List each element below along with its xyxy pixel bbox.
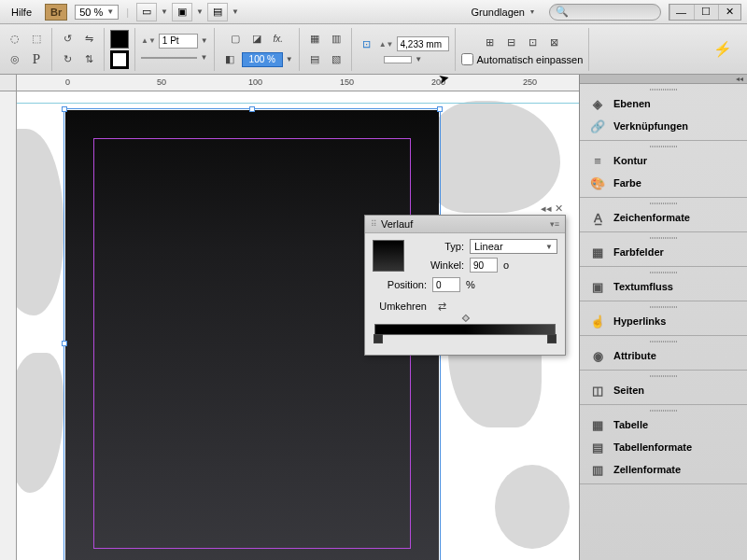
panel-top-controls: ◂◂ ✕ bbox=[541, 203, 563, 215]
panel-ebenen[interactable]: ◈Ebenen bbox=[580, 92, 747, 115]
flip-v-icon[interactable]: ⇅ bbox=[79, 50, 98, 69]
angle-input[interactable] bbox=[470, 258, 498, 273]
panel-seiten[interactable]: ◫Seiten bbox=[580, 379, 747, 401]
selection-icon[interactable]: ◌ bbox=[6, 30, 24, 49]
type-select[interactable]: Linear ▼ bbox=[470, 239, 557, 254]
fit-content-icon[interactable]: ⊟ bbox=[501, 33, 520, 51]
chevron-down-icon: ▼ bbox=[106, 7, 114, 16]
fit-frame-icon[interactable]: ⊡ bbox=[358, 35, 376, 53]
width-input[interactable] bbox=[397, 36, 449, 51]
panel-zeichenformate[interactable]: A̲Zeichenformate bbox=[580, 206, 747, 229]
transform-tools: ↺ ⇋ ↻ ⇅ bbox=[58, 28, 105, 71]
menu-help[interactable]: Hilfe bbox=[6, 4, 37, 21]
color-stop-end[interactable] bbox=[547, 334, 557, 343]
stroke-weight-input[interactable] bbox=[159, 34, 198, 49]
panel-farbfelder[interactable]: ▦Farbfelder bbox=[580, 241, 747, 263]
panel-close-icon[interactable]: ✕ bbox=[555, 203, 563, 215]
stroke-swatch[interactable] bbox=[110, 50, 129, 69]
gradient-ramp[interactable] bbox=[374, 324, 556, 335]
links-icon: 🔗 bbox=[589, 119, 606, 133]
wrap-bound-icon[interactable]: ▥ bbox=[327, 30, 345, 49]
zoom-select[interactable]: 50 % ▼ bbox=[75, 5, 119, 20]
table-icon: ▦ bbox=[589, 417, 606, 432]
panel-kontur[interactable]: ≡Kontur bbox=[580, 149, 747, 172]
position-unit: % bbox=[466, 279, 475, 290]
window-controls: — ☐ ✕ bbox=[669, 4, 741, 21]
flip-h-icon[interactable]: ⇋ bbox=[79, 30, 98, 49]
rotate-ccw-icon[interactable]: ↺ bbox=[58, 30, 77, 49]
wrap-none-icon[interactable]: ▦ bbox=[305, 30, 324, 49]
gradient-preview[interactable] bbox=[373, 240, 404, 272]
panel-textumfluss[interactable]: ▣Textumfluss bbox=[580, 275, 747, 298]
color-stop-start[interactable] bbox=[374, 334, 383, 343]
stroke-controls: ▲▼ ▼ ▼ bbox=[141, 28, 215, 71]
fx-icon[interactable]: fx. bbox=[269, 30, 288, 49]
ruler-vertical[interactable] bbox=[0, 91, 17, 560]
panel-collapse-icon[interactable]: ◂◂ bbox=[541, 203, 552, 215]
maximize-button[interactable]: ☐ bbox=[694, 5, 716, 20]
panel-zellenformate[interactable]: ▥Zellenformate bbox=[580, 458, 747, 481]
cell-styles-icon: ▥ bbox=[589, 462, 606, 477]
pages-icon: ◫ bbox=[589, 383, 606, 398]
angle-unit: o bbox=[503, 259, 509, 271]
fill-frame-icon[interactable]: ⊞ bbox=[480, 33, 499, 51]
panel-header[interactable]: ⠿ Verlauf ▾≡ bbox=[365, 216, 565, 233]
arrange-button[interactable]: ▣ bbox=[172, 3, 192, 21]
control-bar: ◌ ⬚ ◎ P ↺ ⇋ ↻ ⇅ ▲▼ ▼ ▼ ▢ ◪ bbox=[0, 24, 747, 75]
workspace-switcher[interactable]: Grundlagen ▾ bbox=[464, 5, 543, 20]
effects-group: ▢ ◪ fx. ◧ ▼ bbox=[220, 28, 300, 71]
wrap-jump-icon[interactable]: ▧ bbox=[327, 50, 345, 69]
panel-farbe[interactable]: 🎨Farbe bbox=[580, 172, 747, 194]
menubar: Hilfe Br 50 % ▼ | ▭▼ ▣▼ ▤▼ Grundlagen ▾ … bbox=[0, 0, 747, 24]
ruler-horizontal[interactable]: 0 50 100 150 200 250 bbox=[17, 75, 579, 91]
text-tool-icon[interactable]: P bbox=[27, 50, 46, 69]
ruler-origin[interactable] bbox=[0, 75, 17, 91]
corner-icon[interactable]: ▢ bbox=[226, 30, 245, 49]
rotate-cw-icon[interactable]: ↻ bbox=[58, 50, 77, 69]
shadow-icon[interactable]: ◪ bbox=[247, 30, 266, 49]
close-button[interactable]: ✕ bbox=[718, 5, 740, 20]
bridge-badge[interactable]: Br bbox=[45, 4, 67, 21]
center-content-icon[interactable]: ⊡ bbox=[523, 33, 542, 51]
panel-attribute[interactable]: ◉Attribute bbox=[580, 344, 747, 367]
search-icon: 🔍 bbox=[556, 6, 569, 18]
view-button[interactable]: ▤ bbox=[207, 3, 228, 21]
opacity-input[interactable] bbox=[242, 52, 283, 67]
reverse-icon[interactable]: ⇄ bbox=[432, 297, 451, 315]
wrap-shape-icon[interactable]: ▤ bbox=[305, 50, 324, 69]
zoom-value: 50 % bbox=[79, 7, 103, 18]
panel-verknuepfungen[interactable]: 🔗Verknüpfungen bbox=[580, 115, 747, 137]
quick-apply-icon[interactable]: ⚡ bbox=[704, 40, 741, 58]
fill-swatch[interactable] bbox=[110, 30, 129, 49]
content-icon[interactable]: ◎ bbox=[6, 50, 24, 69]
drag-grip-icon: ⠿ bbox=[371, 219, 377, 229]
panel-title: Verlauf bbox=[381, 218, 413, 230]
minimize-button[interactable]: — bbox=[669, 5, 692, 20]
position-input[interactable] bbox=[432, 277, 460, 292]
table-styles-icon: ▤ bbox=[589, 440, 606, 455]
frame-fit-group: ⊡ ▲▼ ▼ bbox=[358, 28, 456, 71]
type-label: Typ: bbox=[410, 241, 464, 252]
screen-mode-button[interactable]: ▭ bbox=[136, 3, 157, 21]
container-icon[interactable]: ⬚ bbox=[27, 30, 46, 49]
fitting-buttons: ⊞ ⊟ ⊡ ⊠ Automatisch einpassen bbox=[461, 28, 590, 71]
search-input[interactable]: 🔍 bbox=[549, 4, 661, 21]
char-styles-icon: A̲ bbox=[589, 210, 606, 225]
autofit-checkbox[interactable] bbox=[461, 53, 473, 65]
angle-label: Winkel: bbox=[410, 259, 464, 271]
guide-line[interactable] bbox=[17, 103, 579, 104]
attributes-icon: ◉ bbox=[589, 348, 606, 363]
stroke-icon: ≡ bbox=[589, 153, 606, 168]
panel-hyperlinks[interactable]: ☝Hyperlinks bbox=[580, 310, 747, 332]
layers-icon: ◈ bbox=[589, 96, 606, 111]
gradient-panel[interactable]: ◂◂ ✕ ⠿ Verlauf ▾≡ Typ: Linear ▼ Winkel: bbox=[364, 215, 566, 356]
fit-prop-icon[interactable]: ⊠ bbox=[544, 33, 563, 51]
panel-tabellenformate[interactable]: ▤Tabellenformate bbox=[580, 436, 747, 458]
swatches-icon: ▦ bbox=[589, 245, 606, 259]
dock-header[interactable]: ◂◂ bbox=[580, 75, 747, 84]
collapse-arrows-icon[interactable]: ◂◂ bbox=[736, 75, 743, 83]
opacity-icon[interactable]: ◧ bbox=[220, 50, 239, 69]
panel-tabelle[interactable]: ▦Tabelle bbox=[580, 413, 747, 436]
selection-tools: ◌ ⬚ ◎ P bbox=[6, 28, 52, 71]
panel-menu-icon[interactable]: ▾≡ bbox=[550, 219, 559, 229]
